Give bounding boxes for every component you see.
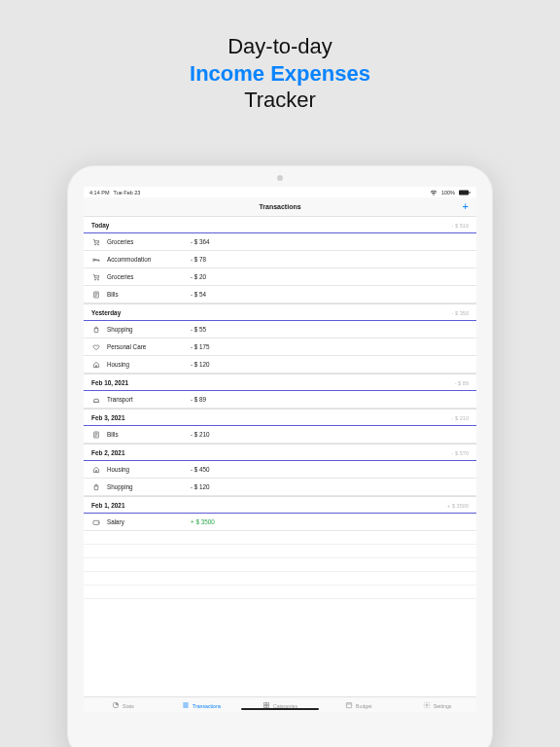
transaction-amount: - $ 364	[191, 238, 469, 245]
status-bar: 4:14 PM Tue Feb 23 100%	[84, 187, 476, 197]
svg-point-3	[98, 244, 99, 245]
section-header: Feb 10, 2021- $ 89	[84, 374, 476, 391]
section-header: Feb 2, 2021- $ 570	[84, 444, 476, 461]
gear-icon	[423, 701, 431, 710]
doc-icon	[91, 291, 101, 299]
battery-icon	[459, 190, 471, 196]
lines-icon	[182, 701, 190, 710]
transaction-row[interactable]: Shopping- $ 55	[84, 321, 476, 338]
transaction-row[interactable]: Groceries- $ 364	[84, 233, 476, 251]
section-total: + $ 3500	[447, 503, 469, 509]
app-screen: 4:14 PM Tue Feb 23 100% Transactions + T…	[84, 187, 476, 712]
transaction-amount: - $ 210	[191, 431, 469, 438]
cart-icon	[91, 238, 101, 246]
house-icon	[91, 361, 101, 369]
tab-label: Budget	[356, 703, 371, 709]
transaction-row[interactable]: Groceries- $ 20	[84, 268, 476, 286]
section-title: Today	[91, 222, 109, 229]
transaction-category: Personal Care	[107, 343, 191, 350]
transaction-amount: - $ 120	[191, 361, 469, 368]
tab-label: Stats	[122, 703, 134, 709]
transaction-row[interactable]: Accommodation- $ 78	[84, 251, 476, 268]
transaction-row[interactable]: Salary+ $ 3500	[84, 514, 476, 531]
svg-rect-13	[266, 702, 268, 704]
transaction-row[interactable]: Personal Care- $ 175	[84, 338, 476, 356]
svg-rect-0	[459, 191, 469, 196]
promo-line-2: Income Expenses	[0, 60, 560, 88]
section-title: Feb 10, 2021	[91, 379, 128, 386]
section-title: Feb 1, 2021	[91, 502, 124, 509]
status-date: Tue Feb 23	[113, 190, 140, 196]
transaction-category: Housing	[107, 361, 191, 368]
empty-rows	[84, 531, 476, 599]
transaction-row[interactable]: Bills- $ 210	[84, 426, 476, 444]
transaction-amount: - $ 175	[191, 343, 469, 350]
house-icon	[91, 466, 101, 474]
transaction-row[interactable]: Shopping- $ 120	[84, 479, 476, 496]
transaction-category: Groceries	[107, 273, 191, 280]
section-header: Today- $ 516	[84, 217, 476, 233]
transaction-category: Bills	[107, 291, 191, 298]
heart-icon	[91, 343, 101, 351]
transaction-category: Transport	[107, 396, 191, 403]
budget-icon	[345, 701, 353, 710]
svg-rect-12	[263, 702, 265, 704]
section-total: - $ 89	[455, 380, 469, 386]
tab-label: Transactions	[192, 703, 222, 709]
cart-icon	[91, 273, 101, 281]
transaction-row[interactable]: Housing- $ 120	[84, 356, 476, 374]
device-camera	[277, 175, 283, 181]
tab-stats[interactable]: Stats	[84, 701, 162, 710]
section-total: - $ 210	[452, 415, 469, 421]
svg-point-2	[95, 244, 96, 245]
svg-rect-16	[346, 703, 351, 708]
transaction-amount: - $ 120	[191, 483, 469, 490]
section-total: - $ 570	[452, 450, 469, 456]
wifi-icon	[430, 190, 438, 196]
bag-icon	[91, 326, 101, 334]
transaction-category: Salary	[107, 518, 191, 525]
bag-icon	[91, 483, 101, 491]
stats-icon	[112, 701, 120, 710]
transaction-category: Shopping	[107, 483, 191, 490]
status-time: 4:14 PM	[89, 190, 109, 196]
transaction-category: Groceries	[107, 238, 191, 245]
transaction-amount: + $ 3500	[191, 518, 469, 525]
transaction-amount: - $ 20	[191, 273, 469, 280]
tab-budget[interactable]: Budget	[319, 701, 398, 710]
section-title: Feb 2, 2021	[91, 449, 124, 456]
status-battery-pct: 100%	[441, 190, 455, 196]
section-title: Yesterday	[91, 309, 121, 316]
section-total: - $ 350	[452, 310, 469, 316]
add-transaction-button[interactable]: +	[463, 201, 469, 212]
transaction-amount: - $ 55	[191, 326, 469, 333]
svg-rect-1	[470, 192, 471, 194]
transaction-amount: - $ 54	[191, 291, 469, 298]
home-indicator	[241, 708, 319, 711]
section-header: Feb 3, 2021- $ 210	[84, 409, 476, 426]
transaction-list[interactable]: Today- $ 516Groceries- $ 364Accommodatio…	[84, 217, 476, 696]
svg-point-4	[94, 259, 95, 260]
transaction-category: Accommodation	[107, 256, 191, 263]
bed-icon	[91, 256, 101, 264]
transaction-row[interactable]: Transport- $ 89	[84, 391, 476, 409]
device-frame: 4:14 PM Tue Feb 23 100% Transactions + T…	[67, 165, 493, 747]
transaction-row[interactable]: Bills- $ 54	[84, 286, 476, 303]
transaction-row[interactable]: Housing- $ 450	[84, 461, 476, 479]
transaction-amount: - $ 78	[191, 256, 469, 263]
wallet-icon	[91, 518, 101, 526]
section-total: - $ 516	[452, 223, 469, 229]
section-header: Yesterday- $ 350	[84, 303, 476, 321]
transaction-amount: - $ 450	[191, 466, 469, 473]
transaction-category: Housing	[107, 466, 191, 473]
transaction-category: Bills	[107, 431, 191, 438]
tab-settings[interactable]: Settings	[398, 701, 476, 710]
transaction-category: Shopping	[107, 326, 191, 333]
svg-point-5	[95, 279, 96, 280]
nav-bar: Transactions +	[84, 197, 476, 217]
promo-heading: Day-to-day Income Expenses Tracker	[0, 0, 560, 114]
promo-line-3: Tracker	[0, 87, 560, 114]
tab-transactions[interactable]: Transactions	[162, 701, 241, 710]
doc-icon	[91, 431, 101, 439]
svg-point-17	[426, 704, 428, 706]
